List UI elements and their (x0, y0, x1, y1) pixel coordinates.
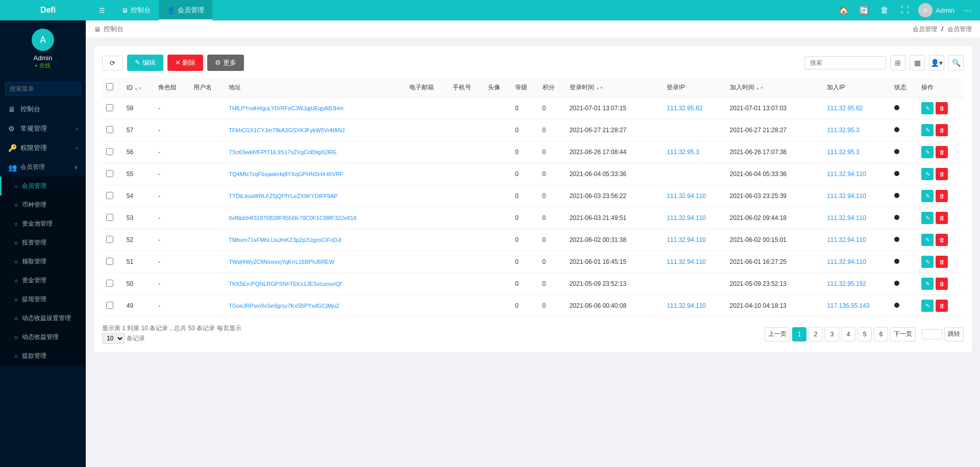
cell-login-ip[interactable]: 111.32.94.110 (663, 295, 725, 317)
row-checkbox[interactable] (106, 126, 113, 133)
nav-hamburger[interactable]: ☰ (91, 0, 113, 20)
cell-join-ip[interactable]: 111.32.94.110 (823, 185, 890, 207)
breadcrumb-link-1[interactable]: 会员管理 (913, 25, 937, 34)
sidebar-item-common[interactable]: ⚙ 常规管理 › (0, 119, 86, 138)
page-button-4[interactable]: 4 (841, 327, 855, 341)
select-all-checkbox[interactable] (106, 83, 113, 90)
row-checkbox[interactable] (106, 280, 113, 287)
page-jump-input[interactable] (922, 329, 942, 339)
view-table-icon[interactable]: ⊞ (890, 55, 905, 70)
sidebar-item-receive[interactable]: ○ 领取管理 (0, 252, 86, 271)
search-input[interactable] (804, 56, 886, 69)
cell-address[interactable]: TQ4Mfz7zqF6sjaskHq8YXqGPHNSHX45VRF (225, 163, 405, 185)
more-button[interactable]: ⚙ 更多 (207, 55, 244, 71)
row-checkbox[interactable] (106, 192, 113, 199)
delete-row-button[interactable]: 🗑 (936, 102, 948, 114)
delete-row-button[interactable]: 🗑 (936, 124, 948, 136)
edit-button[interactable]: ✎ 编辑 (127, 55, 163, 71)
cell-address[interactable]: 0xf6bb94f31876B38F8556fc78C0F1C88fF322e8… (225, 207, 405, 229)
sidebar-search-input[interactable] (5, 82, 81, 95)
delete-button[interactable]: ✕ 删除 (167, 55, 204, 71)
delete-row-button[interactable]: 🗑 (936, 256, 948, 268)
delete-row-button[interactable]: 🗑 (936, 278, 948, 290)
page-button-5[interactable]: 5 (857, 327, 872, 341)
row-checkbox[interactable] (106, 148, 113, 155)
cell-address[interactable]: TFkhCGX1CYJm78kA3GSXKJFykW5Vr4fANJ (225, 119, 405, 141)
cell-login-ip[interactable] (663, 273, 725, 295)
page-button-6[interactable]: 6 (874, 327, 888, 341)
nav-member[interactable]: 👤 会员管理 (159, 0, 212, 20)
cell-login-ip[interactable]: 111.32.95.82 (663, 97, 725, 119)
cell-login-ip[interactable] (663, 163, 725, 185)
cell-address[interactable]: TMbxm71xFMhLUaJmKZ3p2p2UgzoCiFnDJi (225, 229, 405, 251)
cell-login-ip[interactable]: 111.32.94.110 (663, 229, 725, 251)
row-checkbox[interactable] (106, 214, 113, 221)
sidebar-item-dynamic-settings[interactable]: ○ 动态收益设置管理 (0, 309, 86, 328)
sidebar-item-invest[interactable]: ○ 投资管理 (0, 233, 86, 252)
cell-address[interactable]: TKK5ErcPQNLRGPSNhTEKs1JESxcunsviQf (225, 273, 405, 295)
delete-row-button[interactable]: 🗑 (936, 234, 948, 246)
edit-row-button[interactable]: ✎ (921, 168, 934, 180)
table-search-icon[interactable]: 🔍 (948, 55, 964, 70)
row-checkbox[interactable] (106, 170, 113, 177)
page-button-3[interactable]: 3 (825, 327, 839, 341)
edit-row-button[interactable]: ✎ (921, 256, 934, 268)
cell-address[interactable]: TGoeJRPsm9sSe9grsy7Kx5BPYxdGCjMju2 (225, 295, 405, 317)
edit-row-button[interactable]: ✎ (921, 102, 934, 114)
sidebar-item-dashboard[interactable]: 🖥 控制台 (0, 100, 86, 119)
sidebar-item-asset[interactable]: ○ 资金管理 (0, 271, 86, 290)
cell-address[interactable]: TWqf4Wy2CfiNiovxxjYqKrrL16BPhJ6REW (225, 251, 405, 273)
cell-address[interactable]: TSz6SwkKfFPtT1lL9S17sZVgCoB9gXj3RE (225, 141, 405, 163)
row-checkbox[interactable] (106, 302, 113, 309)
row-checkbox[interactable] (106, 258, 113, 265)
cell-join-ip[interactable]: 111.32.94.110 (823, 163, 890, 185)
cell-join-ip[interactable]: 111.32.94.110 (823, 251, 890, 273)
sidebar-item-member-mgr[interactable]: ○ 会员管理 (0, 177, 86, 195)
delete-row-button[interactable]: 🗑 (936, 146, 948, 158)
page-jump-button[interactable]: 跳转 (944, 327, 964, 341)
next-page-button[interactable]: 下一页 (890, 327, 916, 341)
cell-join-ip[interactable]: 111.32.95.192 (823, 273, 890, 295)
nav-dashboard[interactable]: 🖥 控制台 (113, 0, 159, 20)
view-grid-icon[interactable]: ▦ (910, 55, 925, 70)
edit-row-button[interactable]: ✎ (921, 212, 934, 224)
page-size-select[interactable]: 10 20 50 (102, 333, 125, 344)
edit-row-button[interactable]: ✎ (921, 300, 934, 312)
sidebar-item-permission[interactable]: 🔑 权限管理 › (0, 138, 86, 158)
column-settings-icon[interactable]: 👤▾ (929, 55, 944, 70)
page-button-2[interactable]: 2 (808, 327, 823, 341)
col-join-time[interactable]: 加入时间▲▼ (726, 78, 812, 97)
sidebar-item-fund-pool[interactable]: ○ 资金池管理 (0, 214, 86, 233)
nav-settings-icon[interactable]: ⋯ (961, 3, 975, 17)
nav-delete-icon[interactable]: 🗑 (877, 3, 892, 17)
sidebar-item-coin-mgr[interactable]: ○ 币种管理 (0, 195, 86, 214)
sidebar-item-preview[interactable]: ○ 提现管理 (0, 290, 86, 309)
cell-address[interactable]: TTDtLitoaWRLFZ5jQPfYLeZX8KYDtFF9AP (225, 185, 405, 207)
edit-row-button[interactable]: ✎ (921, 146, 934, 158)
cell-login-ip[interactable]: 111.32.95.3 (663, 141, 725, 163)
delete-row-button[interactable]: 🗑 (936, 300, 948, 312)
refresh-button[interactable]: ⟳ (102, 56, 123, 70)
cell-join-ip[interactable]: 111.32.94.110 (823, 207, 890, 229)
delete-row-button[interactable]: 🗑 (936, 168, 948, 180)
cell-join-ip[interactable]: 111.32.94.110 (823, 229, 890, 251)
breadcrumb-link-2[interactable]: 会员管理 (947, 25, 972, 34)
delete-row-button[interactable]: 🗑 (936, 212, 948, 224)
nav-refresh-icon[interactable]: 🔄 (857, 3, 871, 17)
nav-expand-icon[interactable]: ⛶ (898, 3, 912, 17)
page-button-1[interactable]: 1 (792, 327, 806, 341)
col-login-time[interactable]: 登录时间▲▼ (566, 78, 652, 97)
cell-join-ip[interactable]: 111.32.95.82 (823, 97, 890, 119)
cell-login-ip[interactable]: 111.32.94.110 (663, 207, 725, 229)
sidebar-item-withdraw[interactable]: ○ 提款管理 (0, 347, 86, 365)
edit-row-button[interactable]: ✎ (921, 190, 934, 202)
row-checkbox[interactable] (106, 104, 113, 111)
prev-page-button[interactable]: 上一页 (765, 327, 790, 341)
cell-join-ip[interactable]: 111.32.95.3 (823, 141, 890, 163)
edit-row-button[interactable]: ✎ (921, 124, 934, 136)
cell-login-ip[interactable] (663, 119, 725, 141)
sidebar-item-member-group[interactable]: 👥 会员管理 ∨ (0, 158, 86, 177)
cell-address[interactable]: THfLPYndH4guLYDrRFoCJWJqjUEqpABJHm (225, 97, 405, 119)
cell-join-ip[interactable]: 111.32.95.3 (823, 119, 890, 141)
cell-join-ip[interactable]: 117.136.55.143 (823, 295, 890, 317)
